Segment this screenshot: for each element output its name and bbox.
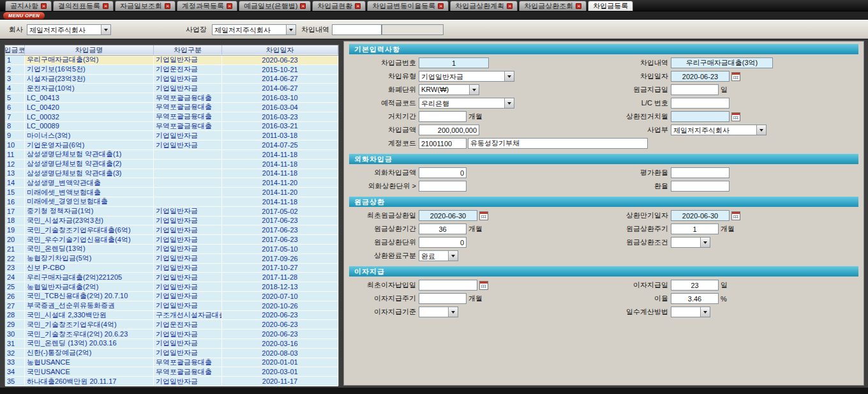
table-row[interactable]: 18국민_시설자금(23억3천)기업일반자금2017-06-23 <box>5 216 338 226</box>
table-row[interactable]: 17중기청 정책자금(1억)기업일반자금2017-05-02 <box>5 207 338 216</box>
company-select[interactable]: 제일저지주식회사 <box>27 24 111 35</box>
table-row[interactable]: 15미래에셋_변액보험대출2014-11-20 <box>5 188 338 197</box>
chevron-down-icon[interactable] <box>101 25 110 34</box>
tab-차입금등록[interactable]: 차입금등록 <box>588 1 633 11</box>
tab-차입금상환계획[interactable]: 차입금상환계획× <box>450 1 518 11</box>
tab-close-icon[interactable]: × <box>103 3 108 9</box>
table-row[interactable]: 26국민_TCB신용대출(2억) 20.7.10기업일반자금2020-07-10 <box>5 292 338 301</box>
calendar-icon[interactable] <box>731 72 740 81</box>
calendar-icon[interactable] <box>479 281 488 290</box>
chevron-down-icon[interactable] <box>286 25 296 34</box>
tab-close-icon[interactable]: × <box>355 3 361 9</box>
chevron-down-icon[interactable] <box>504 72 514 81</box>
fx_amount-input[interactable] <box>419 167 467 178</box>
interest_rate-input[interactable] <box>671 293 719 304</box>
tab-차입금상환조회[interactable]: 차입금상환조회× <box>519 1 587 11</box>
chevron-down-icon[interactable] <box>448 251 458 261</box>
deposit_code-select[interactable]: 우리은행 <box>419 98 514 109</box>
table-row[interactable]: 23신보 P-CBO기업일반자금2017-10-27 <box>5 264 338 273</box>
table-row[interactable]: 5LC_00413무역포괄금융대출2016-03-10 <box>5 93 338 103</box>
table-row[interactable]: 12삼성생명단체보험 약관대출(2)2014-11-18 <box>5 160 338 169</box>
table-row[interactable]: 29국민_기술창조기업우대(4억)기업운전자금2020-06-23 <box>5 320 338 330</box>
tab-자금일보조회[interactable]: 자금일보조회× <box>115 1 176 11</box>
table-row[interactable]: 31국민_온렌딩 (13억) 20.03.16기업일반자금2020-03-16 <box>5 339 338 349</box>
tab-close-icon[interactable]: × <box>227 3 232 9</box>
table-row[interactable]: 24우리구매자금대출(2억)221205기업일반자금2017-11-28 <box>5 273 338 282</box>
calendar-icon[interactable] <box>479 211 488 220</box>
principal_pay_day-input[interactable] <box>671 84 719 95</box>
table-row[interactable]: 10기업운영자금(6억)기업일반자금2014-07-25 <box>5 140 338 150</box>
repay_complete-select[interactable]: 완료 <box>419 250 458 261</box>
tab-결의전표등록[interactable]: 결의전표등록× <box>53 1 114 11</box>
table-row[interactable]: 6LC_00420무역포괄금융대출2016-03-04 <box>5 103 338 112</box>
table-row[interactable]: 3시설자금(23억3천)기업일반자금2014-06-27 <box>5 75 338 84</box>
table-row[interactable]: 35하나대출260백만원 20.11.17기업일반자금2020-11-17 <box>5 377 338 386</box>
table-row[interactable]: 8LC_00089무역포괄금융대출2016-03-21 <box>5 122 338 132</box>
tab-계정과목등록[interactable]: 계정과목등록× <box>177 1 237 11</box>
chevron-down-icon[interactable] <box>504 98 514 108</box>
interest_pay_day-input[interactable] <box>671 280 719 291</box>
table-row[interactable]: 27부국증권_선순위유동화증권기업일반자금2020-10-26 <box>5 301 338 311</box>
site-select[interactable]: 제일저지주식회사 <box>212 24 296 35</box>
repay_period-input[interactable] <box>419 224 467 234</box>
tab-close-icon[interactable]: × <box>300 3 306 9</box>
repay_unit-input[interactable] <box>419 237 467 248</box>
eval_rate-input[interactable] <box>671 167 730 178</box>
table-row[interactable]: 33농협USANCE무역포괄금융대출2020-01-01 <box>5 358 338 368</box>
table-row[interactable]: 21국민_온렌딩(13억)기업일반자금2017-05-10 <box>5 245 338 254</box>
grace_period-input[interactable] <box>419 111 467 122</box>
column-header[interactable]: 차입금코드 <box>5 45 25 55</box>
tab-close-icon[interactable]: × <box>507 3 513 9</box>
tab-공지사항[interactable]: 공지사항× <box>5 1 52 11</box>
table-row[interactable]: 9마이너스(3억)기업일반자금2011-03-18 <box>5 131 338 140</box>
table-row[interactable]: 11삼성생명단체보험 약관대출(1)2014-11-18 <box>5 150 338 160</box>
table-row[interactable]: 25농협일반자금대출(2억)기업일반자금2018-12-13 <box>5 282 338 292</box>
tab-차입금현황[interactable]: 차입금현황× <box>312 1 366 11</box>
table-row[interactable]: 4운전자금(10억)기업일반자금2014-06-27 <box>5 84 338 93</box>
loan-desc-search-input[interactable] <box>332 24 382 35</box>
calendar-icon[interactable] <box>731 211 740 220</box>
exchange_rate-input[interactable] <box>671 181 730 192</box>
pre_repay_month-input[interactable] <box>671 111 730 122</box>
loan-desc-search-input-2[interactable] <box>382 24 444 35</box>
column-header[interactable]: 차입금명 <box>25 45 154 55</box>
column-header[interactable]: 차입일자 <box>222 45 338 55</box>
currency-select[interactable]: KRW(₩) <box>419 84 479 95</box>
tab-close-icon[interactable]: × <box>41 3 47 9</box>
table-row[interactable]: 30국민_기술창조우대(2억) 20.6.23기업일반자금2020-06-23 <box>5 330 338 339</box>
tab-close-icon[interactable]: × <box>165 3 170 9</box>
table-row[interactable]: 2기업기보(16억5천)기업운전자금2015-10-21 <box>5 65 338 75</box>
tab-차입금변동이율등록[interactable]: 차입금변동이율등록× <box>367 1 449 11</box>
interest_basis-select[interactable] <box>419 307 458 317</box>
fx_repay_unit-input[interactable] <box>419 181 467 192</box>
loan_date-input[interactable] <box>671 71 730 82</box>
division-select[interactable]: 제일저지주식회사 <box>671 125 767 135</box>
table-row[interactable]: 7LC_00032무역포괄금융대출2016-03-23 <box>5 112 338 122</box>
table-row[interactable]: 22농협장기차입금(5억)기업일반자금2017-09-26 <box>5 254 338 264</box>
chevron-down-icon[interactable] <box>469 85 479 95</box>
chevron-down-icon[interactable] <box>700 307 710 317</box>
table-row[interactable]: 19국민_기술창조기업우대대출(6억)기업일반자금2017-06-23 <box>5 225 338 235</box>
loan_desc-input[interactable] <box>671 57 773 68</box>
lc_no-input[interactable] <box>671 98 730 109</box>
table-row[interactable]: 32신한(-)통장예금(2억)기업일반자금2020-08-03 <box>5 349 338 358</box>
chevron-down-icon[interactable] <box>756 125 766 135</box>
chevron-down-icon[interactable] <box>700 238 710 247</box>
chevron-down-icon[interactable] <box>448 307 458 317</box>
account_code-input[interactable] <box>419 138 467 149</box>
table-row[interactable]: 34국민USANCE무역포괄금융대출2020-03-01 <box>5 367 338 377</box>
loan_amount-input[interactable] <box>419 125 479 135</box>
tab-close-icon[interactable]: × <box>576 3 581 9</box>
first_repay_date-input[interactable] <box>419 210 477 221</box>
menu-open-button[interactable]: MENU OPEN <box>3 12 45 19</box>
table-row[interactable]: 20국민_우수기술기업신용대출(4억)기업일반자금2017-06-23 <box>5 235 338 245</box>
maturity_date-input[interactable] <box>671 210 730 221</box>
day_count_method-select[interactable] <box>671 307 710 317</box>
table-row[interactable]: 28국민_시설대 2,330백만원구조개선시설자금대출2020-06-23 <box>5 311 338 321</box>
loan_no-input[interactable] <box>419 57 489 68</box>
table-row[interactable]: 13삼성생명단체보험 약관대출(3)2014-11-18 <box>5 169 338 179</box>
interest_cycle-input[interactable] <box>419 293 467 304</box>
account_code-name-input[interactable] <box>468 138 648 149</box>
tab-close-icon[interactable]: × <box>438 3 444 9</box>
loan_type-select[interactable]: 기업일반자금 <box>419 71 514 82</box>
